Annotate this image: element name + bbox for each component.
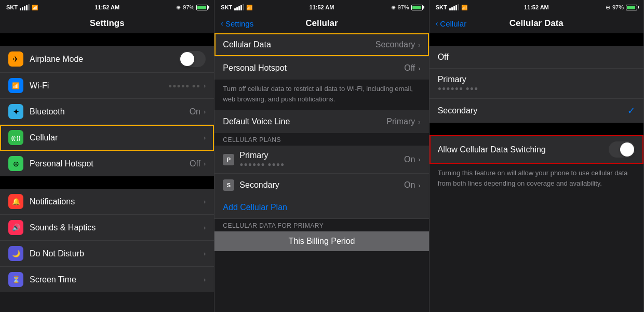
- cellular-data-label: Cellular Data: [223, 40, 375, 49]
- primary-plan-row[interactable]: P Primary ●●●●●● ●●●● On ›: [214, 146, 428, 174]
- dnd-chevron-icon: ›: [204, 250, 206, 257]
- back-to-settings-button[interactable]: ‹ Settings: [221, 19, 253, 28]
- battery-percent-2: 97%: [398, 4, 409, 10]
- notifications-label: Notifications: [30, 197, 204, 206]
- secondary-plan-icon: S: [223, 179, 234, 191]
- screentime-label: Screen Time: [30, 275, 204, 284]
- off-option-row[interactable]: Off: [430, 46, 643, 69]
- back-label-2: Settings: [225, 19, 253, 28]
- primary-option-info: Primary ●●●●●● ●●●: [438, 75, 635, 92]
- screentime-row[interactable]: ⏳ Screen Time ›: [0, 267, 214, 292]
- status-left-1: SKT 📶: [6, 4, 38, 10]
- primary-option-label: Primary: [438, 75, 635, 84]
- sounds-label: Sounds & Haptics: [30, 223, 204, 232]
- voice-line-group: Default Voice Line Primary ›: [214, 110, 428, 133]
- hotspot-chevron-icon-1: ›: [204, 160, 206, 167]
- hotspot-group-2: Personal Hotspot Off ›: [214, 56, 428, 80]
- status-bar-1: SKT 📶 11:52 AM ⊕ 97%: [0, 0, 214, 15]
- signal-icon-1: [20, 4, 30, 10]
- switching-description: Turning this feature on will allow your …: [430, 164, 643, 194]
- primary-option-sublabel: ●●●●●● ●●●: [438, 85, 635, 92]
- cellular-list: Cellular Data Secondary › Personal Hotsp…: [214, 33, 428, 312]
- airplane-icon: ✈: [8, 51, 23, 67]
- wifi-chevron-icon: ›: [204, 82, 206, 89]
- billing-period-row[interactable]: This Billing Period: [214, 231, 428, 251]
- status-time-1: 11:52 AM: [95, 4, 119, 10]
- dnd-label: Do Not Disturb: [30, 249, 204, 258]
- dnd-row[interactable]: 🌙 Do Not Disturb ›: [0, 241, 214, 267]
- secondary-plan-label: Secondary: [239, 180, 404, 190]
- nav-bar-2: ‹ Settings Cellular: [214, 15, 428, 33]
- bluetooth-chevron-icon: ›: [204, 108, 206, 115]
- nav-title-3: Cellular Data: [509, 18, 564, 29]
- location-icon-1: ⊕: [176, 4, 181, 11]
- airplane-mode-row[interactable]: ✈ Airplane Mode: [0, 46, 214, 73]
- carrier-label-2: SKT: [221, 4, 232, 10]
- cellular-row[interactable]: ((·)) Cellular ›: [0, 125, 214, 151]
- status-left-2: SKT 📶: [221, 4, 252, 10]
- bluetooth-value: On: [190, 107, 200, 116]
- status-bar-2: SKT 📶 11:52 AM ⊕ 97%: [214, 0, 428, 15]
- settings-panel: SKT 📶 11:52 AM ⊕ 97% Settings: [0, 0, 214, 312]
- primary-plan-label: Primary: [239, 151, 404, 160]
- status-time-2: 11:52 AM: [310, 4, 334, 10]
- wifi-row[interactable]: 📶 Wi-Fi ●●●●● ●● ›: [0, 73, 214, 99]
- notifications-chevron-icon: ›: [204, 198, 206, 205]
- nav-title-2: Cellular: [305, 18, 338, 29]
- wifi-label: Wi-Fi: [30, 81, 168, 90]
- status-right-1: ⊕ 97%: [176, 4, 208, 11]
- screentime-chevron-icon: ›: [204, 276, 206, 283]
- off-option-label: Off: [438, 53, 635, 62]
- wifi-status-icon-3: 📶: [461, 5, 467, 10]
- primary-plan-info: Primary ●●●●●● ●●●●: [239, 151, 404, 168]
- sounds-chevron-icon: ›: [204, 224, 206, 231]
- battery-icon-2: [411, 5, 423, 10]
- battery-icon-1: [196, 5, 208, 10]
- back-chevron-icon-2: ‹: [221, 19, 223, 28]
- default-voice-chevron-icon: ›: [418, 118, 420, 126]
- allow-switching-toggle[interactable]: [609, 141, 635, 158]
- allow-switching-row[interactable]: Allow Cellular Data Switching: [430, 135, 643, 164]
- default-voice-row[interactable]: Default Voice Line Primary ›: [214, 110, 428, 133]
- sounds-row[interactable]: 🔊 Sounds & Haptics ›: [0, 215, 214, 241]
- cellular-data-value: Secondary: [375, 40, 415, 49]
- hotspot-row-1[interactable]: ⊕ Personal Hotspot Off ›: [0, 151, 214, 176]
- nav-bar-3: ‹ Cellular Cellular Data: [430, 15, 643, 33]
- secondary-check-icon: ✓: [627, 105, 635, 116]
- cellular-data-row[interactable]: Cellular Data Secondary ›: [214, 33, 428, 56]
- secondary-plan-row[interactable]: S Secondary On ›: [214, 174, 428, 197]
- cellular-data-list: Off Primary ●●●●●● ●●● Secondary ✓ Allow…: [430, 33, 643, 312]
- status-right-2: ⊕ 97%: [391, 4, 423, 11]
- plans-group: P Primary ●●●●●● ●●●● On › S Secondary O…: [214, 146, 428, 197]
- nav-bar-1: Settings: [0, 15, 214, 33]
- status-right-3: ⊕ 97%: [606, 4, 637, 11]
- default-voice-label: Default Voice Line: [223, 117, 386, 126]
- bluetooth-row[interactable]: ✦ Bluetooth On ›: [0, 99, 214, 125]
- add-plan-row[interactable]: Add Cellular Plan: [214, 197, 428, 219]
- cellular-panel: SKT 📶 11:52 AM ⊕ 97% ‹ Settings: [214, 0, 429, 312]
- hotspot-row-2[interactable]: Personal Hotspot Off ›: [214, 57, 428, 80]
- primary-option-row[interactable]: Primary ●●●●●● ●●●: [430, 69, 643, 99]
- cellular-data-options-group: Off Primary ●●●●●● ●●● Secondary ✓: [430, 46, 643, 123]
- notifications-row[interactable]: 🔔 Notifications ›: [0, 189, 214, 215]
- battery-percent-1: 97%: [183, 4, 194, 10]
- allow-switching-group: Allow Cellular Data Switching: [430, 135, 643, 164]
- cellular-icon: ((·)): [8, 130, 23, 145]
- status-time-3: 11:52 AM: [524, 4, 549, 10]
- wifi-status-icon-2: 📶: [246, 5, 252, 10]
- dnd-icon: 🌙: [8, 246, 23, 261]
- bluetooth-label: Bluetooth: [30, 107, 190, 116]
- airplane-label: Airplane Mode: [30, 55, 179, 64]
- secondary-option-row[interactable]: Secondary ✓: [430, 99, 643, 123]
- cellular-plans-header: CELLULAR PLANS: [214, 133, 428, 146]
- location-icon-3: ⊕: [606, 4, 610, 11]
- screentime-icon: ⏳: [8, 272, 23, 287]
- cellular-data-header: CELLULAR DATA FOR PRIMARY: [214, 219, 428, 231]
- back-to-cellular-button[interactable]: ‹ Cellular: [436, 19, 467, 28]
- status-bar-3: SKT 📶 11:52 AM ⊕ 97%: [430, 0, 643, 15]
- airplane-toggle[interactable]: [179, 51, 206, 67]
- section-gap-3: [430, 33, 643, 46]
- primary-plan-chevron-icon: ›: [418, 155, 420, 163]
- cellular-description: Turn off cellular data to restrict all d…: [214, 80, 428, 110]
- signal-icon-3: [449, 4, 459, 10]
